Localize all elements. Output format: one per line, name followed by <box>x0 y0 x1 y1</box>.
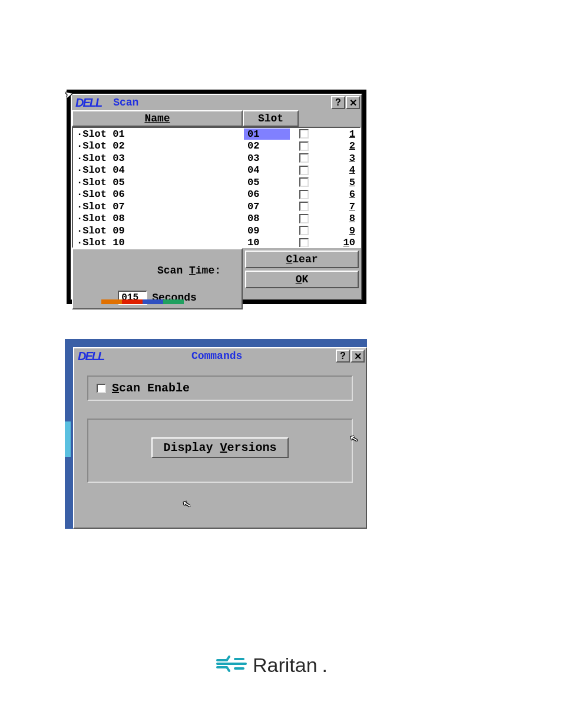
scan-time-label: Scan Time: <box>94 253 221 288</box>
slot-checkbox-cell <box>290 190 318 199</box>
scan-window-title: Scan <box>113 97 331 108</box>
slot-checkbox[interactable] <box>299 166 309 175</box>
slot-name: ·Slot 10 <box>73 237 244 248</box>
slot-checkbox[interactable] <box>299 226 309 235</box>
slot-number: 08 <box>244 213 290 224</box>
scan-titlebar: DELL Scan ? ✕ <box>72 95 361 110</box>
slot-checkbox-cell <box>290 153 318 163</box>
slot-index: 3 <box>318 153 360 164</box>
name-header[interactable]: Name <box>72 110 243 127</box>
slot-index: 2 <box>318 140 360 151</box>
slot-name: ·Slot 03 <box>73 153 244 164</box>
slot-checkbox-cell <box>290 166 318 175</box>
table-row[interactable]: ·Slot 01011 <box>73 128 360 140</box>
slot-number: 06 <box>244 189 290 200</box>
slot-list: ·Slot 01011·Slot 02022·Slot 03033·Slot 0… <box>72 127 361 248</box>
slot-number: 04 <box>244 164 290 176</box>
slot-number: 09 <box>244 225 290 236</box>
table-row[interactable]: ·Slot 08088 <box>73 213 360 225</box>
slot-index: 4 <box>318 164 360 176</box>
slot-checkbox-cell <box>290 226 318 235</box>
scan-screenshot: DELL Scan ? ✕ Name Slot ·Slot 01011·Slot… <box>67 90 366 304</box>
slot-checkbox[interactable] <box>299 177 309 187</box>
slot-index: 5 <box>318 177 360 188</box>
table-row[interactable]: ·Slot 02022 <box>73 140 360 153</box>
scan-enable-checkbox[interactable] <box>97 384 106 393</box>
slot-checkbox[interactable] <box>299 129 309 139</box>
slot-number: 03 <box>244 153 290 164</box>
ok-button[interactable]: OK <box>245 271 359 288</box>
slot-number: 02 <box>244 140 290 151</box>
decorative-stripes <box>101 299 184 304</box>
commands-window: DELL Commands ? ✕ Scan Enable Display Ve… <box>73 347 367 529</box>
display-versions-button[interactable]: Display Versions <box>151 437 288 458</box>
table-row[interactable]: ·Slot 101010 <box>73 237 360 249</box>
versions-group: Display Versions <box>87 419 353 483</box>
table-row[interactable]: ·Slot 09099 <box>73 225 360 237</box>
slot-checkbox-cell <box>290 238 318 248</box>
scan-enable-group: Scan Enable <box>87 375 353 401</box>
slot-index: 9 <box>318 225 360 236</box>
help-button[interactable]: ? <box>331 96 345 109</box>
slot-checkbox-cell <box>290 214 318 223</box>
dell-logo: DELL <box>75 96 101 110</box>
commands-screenshot: DELL Commands ? ✕ Scan Enable Display Ve… <box>65 339 367 529</box>
slot-checkbox-cell <box>290 129 318 139</box>
slot-name: ·Slot 05 <box>73 177 244 188</box>
slot-checkbox[interactable] <box>299 238 309 248</box>
slot-name: ·Slot 04 <box>73 164 244 176</box>
slot-index: 6 <box>318 189 360 200</box>
slot-checkbox[interactable] <box>299 141 309 151</box>
table-row[interactable]: ·Slot 04044 <box>73 164 360 177</box>
slot-name: ·Slot 07 <box>73 201 244 212</box>
slot-number: 01 <box>244 129 290 140</box>
clear-button[interactable]: Clear <box>245 251 359 268</box>
slot-name: ·Slot 02 <box>73 140 244 151</box>
slot-name: ·Slot 09 <box>73 225 244 236</box>
slot-name: ·Slot 08 <box>73 213 244 224</box>
slot-checkbox[interactable] <box>299 202 309 211</box>
commands-window-title: Commands <box>98 350 336 362</box>
raritan-brand-text: Raritan <box>253 654 318 677</box>
slot-checkbox[interactable] <box>299 214 309 223</box>
slot-number: 07 <box>244 201 290 212</box>
close-button[interactable]: ✕ <box>346 96 360 109</box>
slot-name: ·Slot 01 <box>73 129 244 140</box>
table-row[interactable]: ·Slot 03033 <box>73 152 360 164</box>
table-row[interactable]: ·Slot 07077 <box>73 200 360 213</box>
slot-number: 05 <box>244 177 290 188</box>
table-row[interactable]: ·Slot 05055 <box>73 176 360 189</box>
column-headers: Name Slot <box>72 110 361 127</box>
slot-index: 10 <box>318 237 360 248</box>
table-row[interactable]: ·Slot 06066 <box>73 189 360 201</box>
raritan-icon <box>215 653 248 677</box>
slot-checkbox-cell <box>290 177 318 187</box>
slot-index: 7 <box>318 201 360 212</box>
help-button[interactable]: ? <box>336 350 350 363</box>
slot-number: 10 <box>244 237 290 248</box>
close-button[interactable]: ✕ <box>351 350 365 363</box>
slot-index: 8 <box>318 213 360 224</box>
slot-checkbox[interactable] <box>299 190 309 199</box>
slot-name: ·Slot 06 <box>73 189 244 200</box>
slot-checkbox[interactable] <box>299 153 309 163</box>
slot-index: 1 <box>318 129 360 140</box>
commands-titlebar: DELL Commands ? ✕ <box>74 348 366 364</box>
raritan-logo: Raritan. <box>215 653 328 677</box>
slot-checkbox-cell <box>290 141 318 151</box>
scan-enable-label: Scan Enable <box>112 381 190 395</box>
slot-checkbox-cell <box>290 202 318 211</box>
slot-header[interactable]: Slot <box>243 110 299 127</box>
